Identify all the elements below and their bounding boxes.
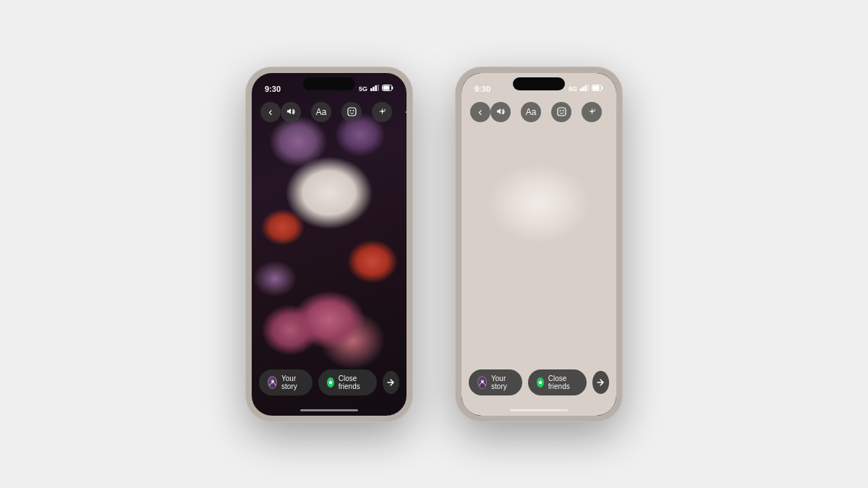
left-toolbar: ‹ Aa — [252, 96, 407, 128]
right-status-time: 9:30 — [475, 85, 490, 93]
right-text-icon: Aa — [526, 107, 537, 117]
right-toolbar: ‹ Aa — [461, 96, 616, 128]
right-your-story-button[interactable]: Your story — [469, 369, 522, 395]
right-close-friends-button[interactable]: Close friends — [528, 369, 587, 395]
left-sparkle-button[interactable] — [372, 102, 392, 122]
svg-rect-12 — [584, 85, 587, 91]
right-your-story-label: Your story — [491, 374, 514, 390]
right-sticker-button[interactable] — [551, 102, 571, 122]
svg-point-8 — [352, 110, 354, 111]
right-back-button[interactable]: ‹ — [470, 102, 490, 122]
right-text-button[interactable]: Aa — [521, 102, 541, 122]
svg-point-18 — [562, 110, 563, 111]
right-close-friends-label: Close friends — [548, 374, 578, 390]
left-your-story-label: Your story — [281, 374, 304, 390]
right-battery-icon — [592, 85, 603, 93]
left-toolbar-center: Aa — [281, 102, 407, 122]
left-dynamic-island — [303, 77, 355, 90]
right-carrier: 5G — [569, 85, 577, 93]
svg-rect-5 — [383, 86, 390, 90]
left-back-icon: ‹ — [268, 106, 272, 119]
right-bottom-bar: Your story Close friends — [461, 369, 616, 395]
left-phone: 9:30 5G — [246, 67, 412, 421]
svg-point-9 — [271, 380, 274, 382]
left-send-button[interactable] — [383, 371, 399, 394]
svg-rect-6 — [348, 108, 356, 116]
svg-rect-3 — [378, 85, 380, 91]
svg-rect-2 — [375, 85, 377, 91]
right-more-button[interactable]: ··· — [612, 103, 616, 121]
left-phone-frame: 9:30 5G — [246, 67, 412, 421]
right-toolbar-left: ‹ — [470, 102, 490, 122]
left-signal-icon — [370, 85, 379, 93]
svg-point-7 — [349, 110, 351, 111]
svg-rect-11 — [582, 87, 584, 91]
left-close-friends-button[interactable]: Close friends — [318, 369, 377, 395]
left-your-story-button[interactable]: Your story — [259, 369, 312, 395]
left-phone-screen: 9:30 5G — [252, 73, 407, 416]
left-more-icon: ··· — [405, 106, 407, 119]
svg-point-19 — [481, 380, 484, 382]
left-text-button[interactable]: Aa — [311, 102, 331, 122]
svg-rect-15 — [593, 86, 600, 90]
right-close-friends-dot — [537, 377, 544, 388]
right-sparkle-button[interactable] — [582, 102, 602, 122]
right-signal-icon — [580, 85, 589, 93]
left-home-indicator — [300, 409, 358, 411]
left-sound-button[interactable] — [281, 102, 301, 122]
right-send-button[interactable] — [592, 371, 609, 394]
left-battery-icon — [382, 85, 393, 93]
right-toolbar-center: Aa — [490, 102, 616, 122]
right-phone: 9:30 5G — [456, 67, 622, 421]
right-more-icon: ··· — [615, 106, 616, 119]
svg-rect-1 — [373, 87, 375, 91]
left-sticker-button[interactable] — [341, 102, 362, 122]
left-status-icons: 5G — [359, 85, 393, 93]
right-phone-frame: 9:30 5G — [456, 67, 622, 421]
left-text-icon: Aa — [316, 107, 327, 117]
svg-rect-16 — [558, 108, 566, 116]
right-story-avatar — [477, 376, 487, 389]
left-status-time: 9:30 — [265, 85, 281, 93]
right-status-icons: 5G — [569, 85, 603, 93]
svg-rect-0 — [370, 88, 373, 91]
left-close-friends-label: Close friends — [339, 374, 368, 390]
left-bottom-bar: Your story Close friends — [252, 369, 407, 395]
left-story-avatar — [268, 376, 277, 389]
left-carrier: 5G — [359, 85, 367, 93]
svg-rect-13 — [587, 85, 590, 91]
right-phone-screen: 9:30 5G — [461, 73, 616, 416]
right-home-indicator — [510, 409, 568, 411]
right-back-icon: ‹ — [478, 106, 482, 119]
left-back-button[interactable]: ‹ — [260, 102, 281, 122]
left-close-friends-dot — [327, 377, 334, 388]
right-dynamic-island — [513, 77, 565, 90]
right-sound-button[interactable] — [490, 102, 511, 122]
svg-rect-10 — [580, 88, 582, 91]
left-toolbar-left: ‹ — [260, 102, 281, 122]
svg-point-17 — [559, 110, 561, 111]
left-more-button[interactable]: ··· — [402, 103, 407, 121]
